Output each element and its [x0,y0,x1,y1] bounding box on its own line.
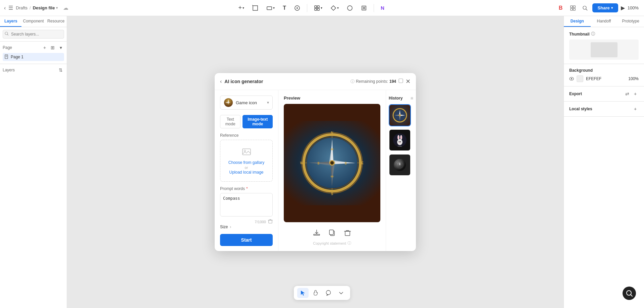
text-mode-tab[interactable]: Text mode [220,115,240,128]
svg-line-18 [586,9,587,10]
history-title: History [389,96,402,101]
size-row[interactable]: Size › [220,225,273,229]
page-item[interactable]: Page 1 [3,53,64,61]
export-add-button[interactable]: + [632,90,639,97]
remaining-value: 194 [389,79,396,84]
svg-point-85 [401,136,402,139]
prompt-textarea[interactable]: Compass [220,193,273,217]
comment-tool[interactable] [323,288,334,298]
trash-icon[interactable] [268,219,273,225]
svg-point-86 [399,141,400,142]
history-menu-icon[interactable]: ≡ [411,96,413,101]
page-section-actions: + ⊞ ▾ [41,44,64,51]
svg-text:W: W [300,161,304,165]
prompt-count: 7/1000 [255,220,266,224]
background-color-label[interactable]: EFEFEF [586,76,626,81]
local-styles-add-button[interactable]: + [632,106,639,112]
tool-component[interactable]: ▾ [311,3,325,13]
brand-b-button[interactable]: B [556,3,566,13]
filename[interactable]: Design file ▾ [33,5,58,10]
download-button[interactable] [313,229,320,238]
tool-proto[interactable]: ▾ [328,3,341,13]
tool-text[interactable]: T [280,3,289,13]
modal-pin-button[interactable] [398,78,404,85]
tool-crop[interactable] [358,3,370,13]
menu-button[interactable]: ☰ [8,5,13,11]
svg-point-4 [297,7,298,9]
svg-rect-63 [318,162,319,165]
share-button[interactable]: Share ▾ [592,3,618,12]
svg-point-88 [399,142,400,143]
history-thumb-3[interactable] [389,154,411,176]
history-header: History ≡ [389,96,413,101]
copyright-icon: ⓘ [347,241,351,246]
back-button[interactable]: ‹ [4,5,6,11]
left-tabs: Layers Component Resource [0,16,67,27]
svg-rect-6 [317,6,319,8]
dropzone-gallery-link[interactable]: Choose from gallary [224,160,268,165]
start-button[interactable]: Start [220,234,273,246]
play-button[interactable]: ▶ [621,5,625,11]
svg-rect-65 [314,234,320,235]
breadcrumb-sep: / [30,5,31,10]
right-tabs: Design Handoff Prototype [564,16,644,27]
svg-point-17 [583,6,586,9]
copyright-label: Copyright statement [313,241,346,245]
modal-close-button[interactable]: ✕ [406,78,411,85]
add-page-button[interactable]: + [41,44,48,51]
page-grid-button[interactable]: ⊞ [49,44,56,51]
page-item-label: Page 1 [11,55,23,59]
svg-text:E: E [361,161,364,165]
reference-dropzone[interactable]: Choose from gallary or Upload local imag… [220,140,273,182]
modal-body: Game icon ▾ Text mode Image-text mode Re… [215,90,416,251]
modal-center-panel: Preview [278,90,386,251]
svg-rect-62 [331,176,333,177]
tool-add[interactable]: + ▾ [236,2,247,13]
eye-icon[interactable] [569,76,574,81]
tool-frame[interactable] [250,3,261,13]
breadcrumb-drafts[interactable]: Drafts [16,5,28,10]
export-replace-button[interactable]: ⇄ [624,90,631,97]
dropzone-or: or [245,166,248,170]
delete-button[interactable] [344,229,351,238]
svg-text:N: N [331,131,333,135]
canvas: ‹ AI icon generator ⓘ Remaining points: … [67,16,564,308]
search-icon [5,32,9,37]
page-chevron-button[interactable]: ▾ [57,44,64,51]
history-thumb-2[interactable]: ROBIK [389,129,411,151]
tool-circle[interactable] [344,3,356,13]
dropzone-upload-link[interactable]: Upload local image [224,170,268,175]
history-thumb-1[interactable] [389,104,411,126]
background-color-swatch[interactable] [577,75,583,82]
tab-component[interactable]: Component [21,16,45,27]
page-icon [5,54,9,60]
size-chevron: › [230,225,231,229]
svg-marker-93 [301,291,305,296]
hand-tool[interactable] [310,288,321,298]
background-opacity[interactable]: 100% [628,76,639,81]
copy-button[interactable] [328,229,336,238]
tab-resource[interactable]: Resource [45,16,67,27]
cursor-tool[interactable] [297,288,309,298]
image-text-mode-tab[interactable]: Image-text mode [243,115,273,128]
search-circle[interactable] [623,287,636,300]
more-tool[interactable] [335,288,347,298]
grid-button[interactable] [568,3,578,13]
tab-handoff[interactable]: Handoff [591,16,618,27]
tab-prototype[interactable]: Prototype [617,16,644,27]
layers-sort-button[interactable]: ⇅ [57,67,64,73]
style-chevron: ▾ [267,100,269,105]
style-selector[interactable]: Game icon ▾ [220,96,273,110]
search-input[interactable] [3,30,64,39]
svg-rect-30 [243,149,251,155]
search-top-button[interactable] [580,3,590,13]
zoom-level[interactable]: 100% [628,5,639,10]
tool-plugin[interactable]: N [378,3,387,13]
svg-point-84 [398,136,399,139]
tool-pen[interactable] [291,3,303,13]
modal-back-button[interactable]: ‹ [220,78,222,84]
tab-layers[interactable]: Layers [0,16,21,27]
tool-shape[interactable]: ▾ [264,3,277,13]
background-section: Background EFEFEF 100% [564,64,644,86]
tab-design[interactable]: Design [564,16,591,27]
